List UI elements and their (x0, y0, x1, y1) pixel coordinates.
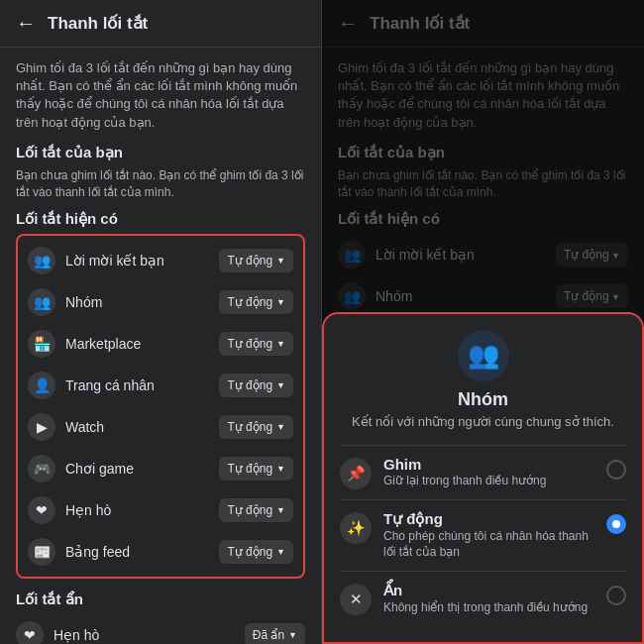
left-header: ← Thanh lối tắt (0, 0, 321, 48)
left-shortcut-item-7[interactable]: 📰 Bảng feed Tự động (18, 531, 303, 573)
modal-option-icon-2: ✕ (340, 584, 372, 615)
modal-subtitle: Kết nối với những người cùng chung sở th… (352, 414, 614, 429)
shortcut-left-4: ▶ Watch (28, 413, 104, 441)
left-your-shortcuts-empty: Bạn chưa ghim lối tắt nào. Bạn có thể gh… (16, 167, 305, 201)
modal-option-title-1: Tự động (383, 510, 594, 528)
modal-option-desc-0: Giữ lại trong thanh điều hướng (383, 473, 594, 489)
modal-option-radio-2[interactable] (606, 586, 626, 605)
shortcut-icon-4: ▶ (28, 413, 55, 441)
modal-icon: 👥 (458, 330, 509, 381)
shortcut-dropdown-6[interactable]: Tự động (219, 498, 293, 522)
shortcut-icon-7: 📰 (28, 538, 55, 566)
modal-title: Nhóm (458, 389, 508, 410)
shortcut-label-2: Marketplace (65, 336, 141, 352)
shortcut-label-0: Lời mời kết bạn (65, 253, 164, 268)
modal-option-0[interactable]: 📌 Ghim Giữ lại trong thanh điều hướng (340, 445, 626, 499)
hidden-dropdown-0[interactable]: Đã ẩn (245, 623, 305, 644)
shortcut-label-5: Chơi game (65, 461, 134, 477)
modal-option-radio-0[interactable] (606, 460, 626, 480)
shortcut-dropdown-7[interactable]: Tự động (219, 540, 293, 564)
modal-option-radio-1[interactable] (606, 514, 626, 534)
left-hidden-title: Lối tắt ẩn (16, 590, 305, 608)
left-shortcut-item-2[interactable]: 🏪 Marketplace Tự động (18, 323, 303, 365)
modal-options: 📌 Ghim Giữ lại trong thanh điều hướng ✨ … (340, 445, 626, 626)
shortcut-dropdown-5[interactable]: Tự động (219, 457, 293, 481)
modal-option-1[interactable]: ✨ Tự động Cho phép chúng tôi cá nhân hóa… (340, 499, 626, 572)
left-panel-title: Thanh lối tắt (48, 13, 148, 34)
shortcut-icon-0: 👥 (28, 247, 55, 274)
modal-header: 👥 Nhóm Kết nối với những người cùng chun… (340, 330, 626, 429)
left-intro-text: Ghim tối đa 3 lối tắt đến những gì bạn h… (16, 59, 305, 132)
right-panel: ← Thanh lối tắt Ghim tối đa 3 lối tắt đế… (322, 0, 644, 644)
shortcut-label-4: Watch (65, 419, 104, 435)
modal-option-title-2: Ẩn (383, 582, 594, 599)
shortcut-label-7: Bảng feed (65, 544, 130, 560)
modal-option-text-2: Ẩn Không hiển thị trong thanh điều hướng (383, 582, 594, 616)
modal-option-icon-1: ✨ (340, 512, 372, 544)
left-shortcut-item-6[interactable]: ❤ Hẹn hò Tự động (18, 489, 303, 531)
shortcut-left-5: 🎮 Chơi game (28, 455, 134, 483)
shortcut-left-6: ❤ Hẹn hò (28, 496, 111, 524)
hidden-label-0: Hẹn hò (54, 627, 99, 643)
modal-sheet: 👥 Nhóm Kết nối với những người cùng chun… (322, 312, 644, 644)
shortcut-left-0: 👥 Lời mời kết bạn (28, 247, 164, 274)
modal-option-text-0: Ghim Giữ lại trong thanh điều hướng (383, 456, 594, 489)
left-shortcut-item-5[interactable]: 🎮 Chơi game Tự động (18, 448, 303, 489)
shortcut-dropdown-4[interactable]: Tự động (219, 415, 293, 439)
shortcut-icon-2: 🏪 (28, 330, 55, 358)
left-back-button[interactable]: ← (16, 12, 36, 35)
shortcut-left-1: 👥 Nhóm (28, 288, 102, 316)
left-content: Ghim tối đa 3 lối tắt đến những gì bạn h… (0, 48, 321, 644)
left-hidden-list: ❤ Hẹn hò Đã ẩn ▶ Watch Đã ẩn (16, 614, 305, 644)
left-hidden-section: Lối tắt ẩn ❤ Hẹn hò Đã ẩn ▶ Watch Đã ẩn (16, 590, 305, 644)
modal-overlay[interactable]: 👥 Nhóm Kết nối với những người cùng chun… (322, 0, 644, 644)
shortcut-label-6: Hẹn hò (65, 502, 111, 518)
modal-option-desc-2: Không hiển thị trong thanh điều hướng (383, 599, 594, 616)
left-shortcut-list: 👥 Lời mời kết bạn Tự động 👥 Nhóm Tự động… (16, 234, 305, 579)
modal-option-text-1: Tự động Cho phép chúng tôi cá nhân hóa t… (383, 510, 594, 562)
left-shortcut-item-1[interactable]: 👥 Nhóm Tự động (18, 281, 303, 323)
shortcut-dropdown-1[interactable]: Tự động (219, 290, 293, 314)
left-shortcut-item-3[interactable]: 👤 Trang cá nhân Tự động (18, 365, 303, 406)
shortcut-icon-6: ❤ (28, 496, 55, 524)
hidden-item-0[interactable]: ❤ Hẹn hò Đã ẩn (16, 614, 305, 644)
left-shortcut-item-0[interactable]: 👥 Lời mời kết bạn Tự động (18, 240, 303, 281)
left-shortcut-item-4[interactable]: ▶ Watch Tự động (18, 406, 303, 448)
shortcut-left-3: 👤 Trang cá nhân (28, 372, 155, 399)
shortcut-left-2: 🏪 Marketplace (28, 330, 141, 358)
shortcut-label-3: Trang cá nhân (65, 377, 155, 393)
modal-option-title-0: Ghim (383, 456, 594, 473)
left-panel: ← Thanh lối tắt Ghim tối đa 3 lối tắt đế… (0, 0, 322, 644)
shortcut-label-1: Nhóm (65, 294, 102, 310)
modal-option-icon-0: 📌 (340, 458, 372, 489)
shortcut-icon-5: 🎮 (28, 455, 55, 483)
hidden-left-0: ❤ Hẹn hò (16, 621, 99, 644)
shortcut-icon-3: 👤 (28, 372, 55, 399)
shortcut-dropdown-0[interactable]: Tự động (219, 249, 293, 272)
modal-option-desc-1: Cho phép chúng tôi cá nhân hóa thanh lối… (383, 528, 594, 562)
modal-option-2[interactable]: ✕ Ẩn Không hiển thị trong thanh điều hướ… (340, 571, 626, 626)
left-your-shortcuts-title: Lối tắt của bạn (16, 144, 305, 161)
shortcut-dropdown-2[interactable]: Tự động (219, 332, 293, 356)
shortcut-dropdown-3[interactable]: Tự động (219, 374, 293, 397)
left-available-title: Lối tắt hiện có (16, 210, 305, 228)
hidden-icon-0: ❤ (16, 621, 44, 644)
shortcut-left-7: 📰 Bảng feed (28, 538, 130, 566)
shortcut-icon-1: 👥 (28, 288, 55, 316)
